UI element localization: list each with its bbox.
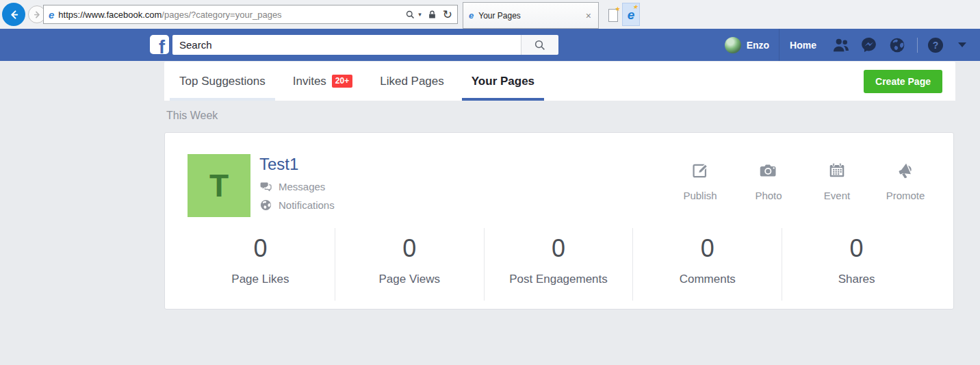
facebook-logo[interactable]: f — [150, 35, 169, 54]
stat-shares-value: 0 — [782, 236, 931, 261]
page-info: Test1 Messages Notifications — [259, 154, 335, 217]
facebook-search-button[interactable] — [521, 35, 558, 55]
messenger-button[interactable] — [855, 29, 883, 61]
megaphone-icon — [896, 161, 915, 180]
stat-shares-label: Shares — [782, 273, 931, 286]
url-domain: https://www.facebook.com — [58, 10, 162, 20]
page-card-header: T Test1 Messages Notifications — [188, 154, 940, 217]
notifications-link[interactable]: Notifications — [259, 199, 335, 212]
back-arrow-icon — [8, 8, 21, 21]
notifications-label: Notifications — [279, 199, 335, 211]
tab-close-icon[interactable]: × — [584, 10, 593, 21]
stat-post-engagements: 0 Post Engagements — [484, 228, 633, 301]
tab-favicon: e — [469, 11, 474, 20]
promote-button[interactable]: Promote — [871, 161, 940, 217]
open-edge-button[interactable]: e★ — [622, 3, 640, 26]
friend-requests-button[interactable] — [827, 29, 855, 61]
tab-top-suggestions[interactable]: Top Suggestions — [166, 62, 279, 101]
forward-arrow-icon — [32, 10, 42, 20]
page-card: T Test1 Messages Notifications — [164, 132, 954, 310]
tab-invites[interactable]: Invites 20+ — [279, 62, 367, 101]
ie-site-icon: e — [49, 10, 54, 20]
calendar-icon — [828, 161, 846, 179]
user-avatar[interactable] — [725, 37, 741, 53]
search-dropdown-caret-icon[interactable]: ▾ — [418, 11, 422, 18]
stat-page-likes-value: 0 — [186, 236, 335, 261]
friends-icon — [831, 36, 851, 55]
notifications-button[interactable] — [883, 29, 911, 61]
tab-invites-label: Invites — [293, 75, 326, 88]
invites-count-badge: 20+ — [332, 75, 352, 87]
url-path: /pages/?category=your_pages — [162, 10, 281, 20]
tab-your-pages-label: Your Pages — [472, 75, 534, 88]
lock-icon[interactable] — [427, 10, 437, 20]
tab-liked-pages[interactable]: Liked Pages — [366, 62, 458, 101]
pages-tab-bar: Top Suggestions Invites 20+ Liked Pages … — [164, 62, 955, 101]
page-stats: 0 Page Likes 0 Page Views 0 Post Engagem… — [186, 228, 931, 301]
event-icon-wrap — [803, 161, 871, 181]
new-tab-icon: ★ — [608, 9, 618, 22]
page-avatar-letter: T — [209, 167, 229, 204]
globe-icon — [888, 36, 906, 54]
messages-label: Messages — [279, 181, 325, 192]
stat-post-engagements-label: Post Engagements — [485, 273, 633, 286]
tab-your-pages-underline — [462, 98, 544, 101]
browser-back-button[interactable] — [2, 3, 25, 26]
help-button[interactable]: ? — [928, 38, 943, 53]
tab-liked-pages-label: Liked Pages — [380, 75, 444, 88]
user-name-link[interactable]: Enzo — [747, 40, 779, 51]
messages-link[interactable]: Messages — [259, 180, 335, 193]
tab-top-suggestions-underline — [170, 98, 275, 101]
section-title: This Week — [166, 110, 218, 122]
stat-page-views-value: 0 — [335, 236, 484, 261]
home-link[interactable]: Home — [779, 40, 827, 51]
new-tab-button[interactable]: ★ — [605, 5, 621, 25]
new-tab-star-icon: ★ — [615, 5, 620, 12]
event-button[interactable]: Event — [803, 161, 871, 217]
search-icon[interactable] — [405, 10, 415, 20]
magnifier-icon — [534, 39, 546, 51]
page-avatar[interactable]: T — [188, 154, 250, 217]
photo-label: Photo — [734, 190, 803, 201]
photo-button[interactable]: Photo — [734, 161, 803, 217]
stat-page-likes: 0 Page Likes — [186, 228, 335, 301]
page-actions: Publish Photo — [666, 161, 940, 217]
stat-comments: 0 Comments — [632, 228, 782, 301]
page-name-link[interactable]: Test1 — [259, 155, 335, 174]
create-page-button[interactable]: Create Page — [864, 70, 942, 93]
navbar-right-cluster: Enzo Home ? — [725, 29, 980, 61]
edge-star-icon: ★ — [632, 4, 638, 10]
browser-tab[interactable]: e Your Pages × — [463, 2, 599, 29]
tab-top-suggestions-label: Top Suggestions — [179, 75, 266, 88]
edge-icon: e★ — [628, 8, 635, 21]
facebook-logo-letter: f — [159, 38, 165, 54]
promote-label: Promote — [871, 190, 940, 201]
stat-page-views-label: Page Views — [335, 273, 484, 286]
stat-comments-label: Comments — [633, 273, 782, 286]
photo-icon-wrap — [734, 161, 803, 181]
stat-comments-value: 0 — [633, 236, 782, 261]
camera-icon — [759, 161, 778, 180]
tab-title: Your Pages — [478, 11, 580, 21]
stat-post-engagements-value: 0 — [485, 236, 633, 261]
url-text: https://www.facebook.com/pages/?category… — [58, 10, 401, 20]
facebook-search-bar — [172, 35, 558, 55]
tab-your-pages[interactable]: Your Pages — [458, 62, 548, 101]
question-mark-icon: ? — [933, 40, 939, 51]
event-label: Event — [803, 190, 871, 201]
publish-icon-wrap — [666, 161, 734, 181]
publish-button[interactable]: Publish — [666, 161, 734, 217]
address-bar[interactable]: e https://www.facebook.com/pages/?catego… — [43, 5, 458, 24]
facebook-navbar: f Enzo Home — [0, 29, 980, 61]
address-bar-icons: ▾ ↻ — [405, 9, 452, 21]
account-menu-caret-icon[interactable] — [958, 42, 966, 47]
page-content: Top Suggestions Invites 20+ Liked Pages … — [0, 61, 980, 365]
promote-icon-wrap — [871, 161, 940, 181]
messages-icon — [259, 180, 272, 193]
refresh-icon[interactable]: ↻ — [443, 9, 452, 21]
facebook-search-input[interactable] — [172, 35, 521, 55]
publish-icon — [691, 161, 710, 179]
stat-shares: 0 Shares — [782, 228, 931, 301]
stat-page-likes-label: Page Likes — [186, 273, 335, 286]
stat-page-views: 0 Page Views — [335, 228, 484, 301]
